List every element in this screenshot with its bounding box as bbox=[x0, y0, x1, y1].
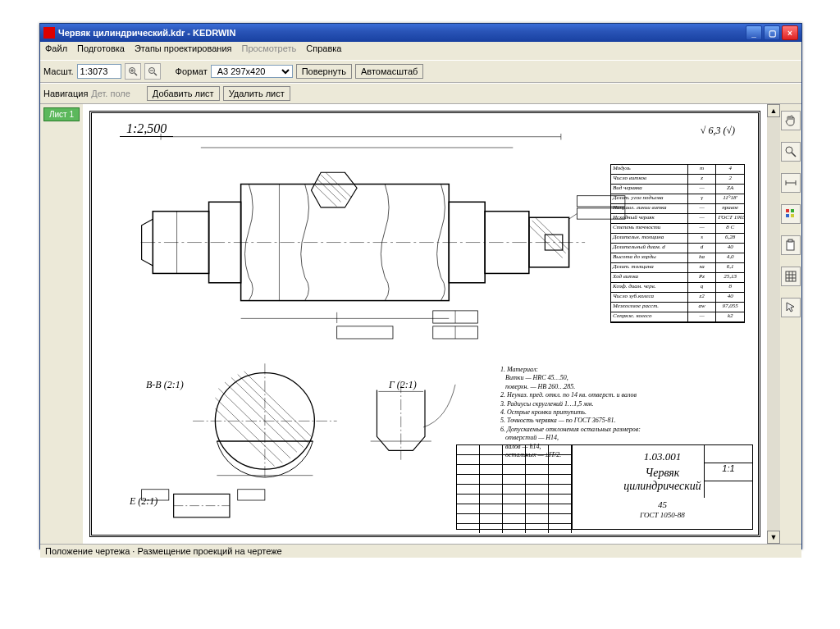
svg-line-22 bbox=[532, 221, 566, 253]
sheet-tabs: Лист 1 bbox=[40, 104, 83, 544]
format-label: Формат bbox=[176, 66, 208, 76]
svg-rect-56 bbox=[238, 490, 265, 500]
svg-line-15 bbox=[321, 175, 346, 199]
dimension-tool-icon[interactable] bbox=[781, 173, 801, 193]
svg-line-5 bbox=[154, 73, 157, 75]
svg-line-58 bbox=[792, 153, 796, 157]
zoom-tool-icon[interactable] bbox=[781, 142, 801, 162]
tb-material: 45 bbox=[573, 499, 752, 509]
statusbar: Положение чертежа · Размещение проекций … bbox=[40, 544, 801, 558]
pointer-icon[interactable] bbox=[781, 298, 801, 317]
scroll-up-icon[interactable]: ▲ bbox=[767, 104, 780, 117]
svg-line-14 bbox=[317, 179, 340, 202]
window-title: Червяк цилиндрический.kdr - KEDRWIN bbox=[58, 28, 746, 38]
menu-view: Просмотреть bbox=[242, 43, 297, 58]
vertical-scrollbar[interactable]: ▲ ▼ bbox=[767, 104, 780, 544]
view-g-label: Г (2:1) bbox=[389, 379, 417, 391]
svg-line-37 bbox=[569, 214, 578, 220]
svg-rect-66 bbox=[787, 241, 794, 250]
menu-prepare[interactable]: Подготовка bbox=[77, 43, 125, 58]
view-e-label: Е (2:1) bbox=[130, 495, 158, 508]
drilldown-label: Дет. поле bbox=[91, 89, 130, 98]
right-toolbox bbox=[780, 104, 801, 544]
svg-point-57 bbox=[786, 147, 792, 153]
svg-line-42 bbox=[218, 389, 290, 458]
app-icon bbox=[43, 27, 55, 39]
menubar: Файл Подготовка Этапы проектирования Про… bbox=[40, 42, 801, 60]
rotate-button[interactable]: Повернуть bbox=[296, 64, 352, 79]
remove-sheet-button[interactable]: Удалить лист bbox=[223, 86, 290, 101]
hand-icon[interactable] bbox=[781, 111, 801, 130]
autofit-button[interactable]: Автомасштаб bbox=[355, 64, 423, 79]
drawing-scale-label: 1:2,500 bbox=[120, 121, 173, 137]
toolbar-scale: Масшт. Формат А3 297x420 Повернуть Автом… bbox=[40, 60, 801, 83]
app-window: Червяк цилиндрический.kdr - KEDRWIN _ ▢ … bbox=[39, 23, 802, 549]
grid-icon[interactable] bbox=[781, 267, 801, 286]
svg-rect-64 bbox=[786, 214, 789, 217]
maximize-button[interactable]: ▢ bbox=[764, 25, 780, 40]
scale-input[interactable] bbox=[77, 64, 121, 79]
toolbar-edit: Навигация Дет. поле Добавить лист Удалит… bbox=[40, 83, 801, 104]
svg-rect-65 bbox=[791, 214, 794, 217]
menu-file[interactable]: Файл bbox=[45, 43, 67, 58]
svg-line-46 bbox=[215, 408, 274, 466]
menu-stages[interactable]: Этапы проектирования bbox=[135, 43, 232, 58]
drawing-canvas[interactable]: 1:2,500 √ 6,3 (√) В-В (2:1) Г (2:1) Е (2… bbox=[83, 104, 767, 544]
close-button[interactable]: × bbox=[782, 25, 798, 40]
svg-rect-67 bbox=[788, 239, 792, 242]
zoom-out-icon[interactable] bbox=[144, 63, 161, 80]
svg-rect-62 bbox=[786, 209, 789, 212]
clipboard-icon[interactable] bbox=[781, 235, 801, 255]
scroll-down-icon[interactable]: ▼ bbox=[767, 531, 780, 544]
format-select[interactable]: А3 297x420 bbox=[211, 65, 293, 78]
zoom-in-icon[interactable] bbox=[125, 63, 141, 80]
status-text: Положение чертежа · Размещение проекций … bbox=[45, 546, 282, 556]
surface-note: √ 6,3 (√) bbox=[701, 125, 735, 137]
menu-help[interactable]: Справка bbox=[306, 43, 341, 58]
svg-line-1 bbox=[135, 73, 137, 75]
titlebar: Червяк цилиндрический.kdr - KEDRWIN _ ▢ … bbox=[40, 24, 801, 42]
minimize-button[interactable]: _ bbox=[746, 25, 762, 40]
svg-line-23 bbox=[536, 217, 569, 250]
svg-rect-32 bbox=[337, 326, 393, 339]
title-block: 1.03.001 Червяк цилиндрический 45 ГОСТ 1… bbox=[456, 444, 753, 530]
scale-label: Масшт. bbox=[43, 66, 74, 76]
svg-line-45 bbox=[215, 398, 282, 463]
svg-line-41 bbox=[231, 377, 304, 447]
drawing-frame: 1:2,500 √ 6,3 (√) В-В (2:1) Г (2:1) Е (2… bbox=[89, 111, 760, 537]
parameter-table: Модульm4Число витковz2Вид червяка—ZAДели… bbox=[610, 164, 745, 323]
svg-rect-68 bbox=[786, 271, 796, 281]
navigate-label[interactable]: Навигация bbox=[43, 89, 88, 98]
svg-line-24 bbox=[529, 226, 563, 258]
view-bb-label: В-В (2:1) bbox=[146, 379, 184, 391]
sheet-tab-1[interactable]: Лист 1 bbox=[43, 107, 80, 121]
add-sheet-button[interactable]: Добавить лист bbox=[147, 86, 220, 101]
palette-icon[interactable] bbox=[781, 204, 801, 224]
svg-line-44 bbox=[244, 371, 312, 437]
tb-gost: ГОСТ 1050-88 bbox=[573, 511, 752, 519]
svg-rect-63 bbox=[791, 209, 794, 212]
